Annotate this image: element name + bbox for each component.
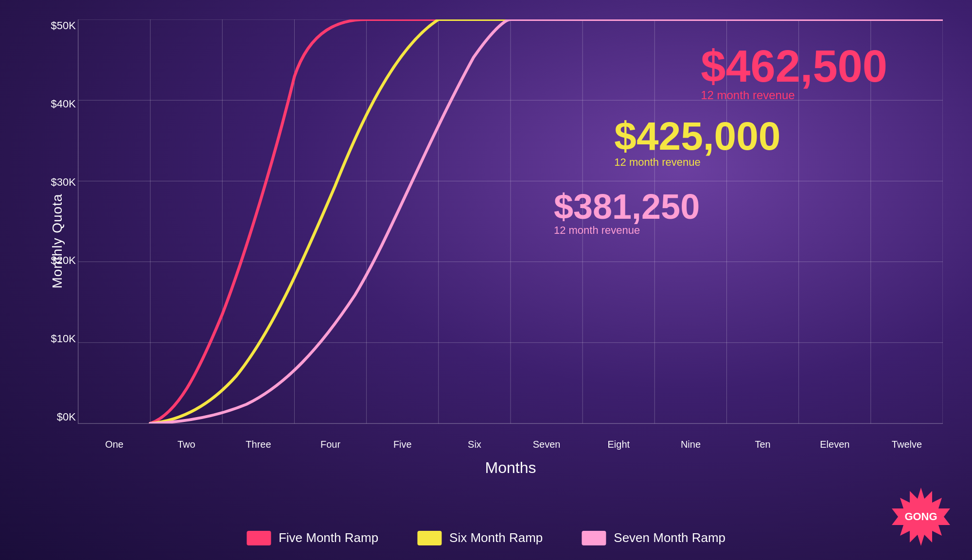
six-month-label: 12 month revenue	[614, 156, 780, 169]
y-tick-labels: $0K $10K $20K $30K $40K $50K	[44, 19, 76, 423]
x-tick-seven: Seven	[511, 439, 583, 450]
y-tick-0k: $0K	[44, 411, 76, 423]
seven-month-legend-label: Seven Month Ramp	[614, 530, 725, 545]
x-tick-two: Two	[150, 439, 222, 450]
x-axis-title: Months	[78, 459, 943, 477]
x-tick-three: Three	[222, 439, 294, 450]
x-tick-eleven: Eleven	[799, 439, 871, 450]
chart-container: Monthly Quota	[39, 19, 943, 463]
chart-legend: Five Month Ramp Six Month Ramp Seven Mon…	[247, 530, 725, 545]
six-month-value: $425,000	[614, 116, 780, 156]
chart-area: $0K $10K $20K $30K $40K $50K One Two Thr…	[78, 19, 943, 424]
six-month-swatch	[417, 531, 442, 545]
legend-five-month: Five Month Ramp	[247, 530, 378, 545]
seven-month-value: $462,500	[701, 44, 887, 88]
gong-text: GONG	[904, 510, 937, 523]
y-tick-20k: $20K	[44, 254, 76, 267]
five-month-legend-label: Five Month Ramp	[279, 530, 378, 545]
six-month-legend-label: Six Month Ramp	[449, 530, 543, 545]
x-tick-nine: Nine	[654, 439, 726, 450]
y-tick-40k: $40K	[44, 98, 76, 110]
five-month-value: $381,250	[554, 189, 700, 224]
legend-seven-month: Seven Month Ramp	[582, 530, 725, 545]
annotation-six-month: $425,000 12 month revenue	[614, 116, 780, 169]
gong-logo-svg: GONG	[889, 485, 953, 548]
annotation-seven-month: $462,500 12 month revenue	[701, 44, 887, 102]
x-tick-six: Six	[439, 439, 511, 450]
x-tick-labels: One Two Three Four Five Six Seven Eight …	[78, 439, 943, 450]
x-tick-twelve: Twelve	[871, 439, 943, 450]
x-tick-ten: Ten	[727, 439, 799, 450]
x-tick-five: Five	[367, 439, 439, 450]
five-month-swatch	[247, 531, 271, 545]
gong-badge: GONG	[889, 485, 953, 550]
x-tick-one: One	[78, 439, 150, 450]
y-tick-30k: $30K	[44, 176, 76, 189]
y-tick-50k: $50K	[44, 19, 76, 32]
legend-six-month: Six Month Ramp	[417, 530, 543, 545]
seven-month-swatch	[582, 531, 606, 545]
annotation-five-month: $381,250 12 month revenue	[554, 189, 700, 237]
x-tick-four: Four	[295, 439, 367, 450]
y-tick-10k: $10K	[44, 332, 76, 345]
x-tick-eight: Eight	[583, 439, 654, 450]
